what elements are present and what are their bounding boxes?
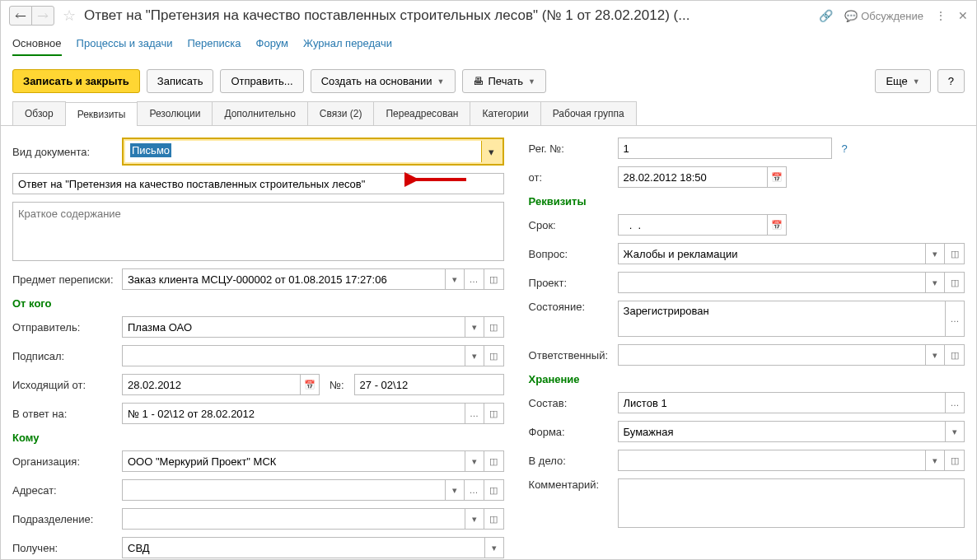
question-input[interactable] [618, 243, 925, 264]
reply-to-input[interactable] [122, 403, 465, 424]
signed-label: Подписал: [12, 350, 115, 362]
menu-forum[interactable]: Форум [256, 37, 289, 56]
save-button[interactable]: Записать [147, 69, 214, 93]
discuss-button[interactable]: 💬 Обсуждение [844, 10, 923, 22]
status-label: Состояние: [529, 301, 611, 313]
open-icon[interactable]: ◫ [945, 272, 965, 293]
comment-label: Комментарий: [529, 478, 611, 491]
signed-input[interactable] [122, 345, 465, 366]
tab-overview[interactable]: Обзор [12, 101, 66, 125]
save-close-button[interactable]: Записать и закрыть [12, 69, 140, 93]
dropdown-icon[interactable]: ▾ [465, 316, 484, 338]
favorite-star-icon[interactable]: ☆ [63, 7, 76, 25]
sender-input[interactable] [122, 316, 465, 338]
calendar-icon[interactable]: 📅 [767, 166, 787, 188]
dropdown-icon[interactable]: ▾ [445, 479, 465, 501]
send-button[interactable]: Отправить... [220, 69, 303, 93]
dropdown-icon[interactable]: ▾ [465, 450, 484, 472]
dropdown-icon[interactable]: ▾ [925, 272, 945, 293]
dropdown-icon[interactable]: ▾ [925, 243, 945, 264]
dept-label: Подразделение: [12, 513, 115, 525]
open-icon[interactable]: ◫ [484, 450, 504, 472]
composition-input[interactable] [618, 392, 945, 413]
outgoing-date-label: Исходящий от: [12, 379, 115, 391]
nav-back-button[interactable]: 🡐 [9, 6, 32, 26]
menu-main[interactable]: Основное [12, 37, 62, 56]
help-icon[interactable]: ? [842, 142, 848, 155]
outgoing-date-input[interactable] [122, 374, 300, 395]
menu-processes[interactable]: Процессы и задачи [77, 37, 173, 56]
link-icon[interactable]: 🔗 [819, 9, 833, 22]
menu-journal[interactable]: Журнал передачи [303, 37, 392, 56]
reply-to-label: В ответ на: [12, 408, 115, 420]
status-input[interactable]: Зарегистрирован [618, 301, 945, 337]
open-icon[interactable]: ◫ [484, 316, 504, 338]
form-label: Форма: [529, 426, 611, 438]
open-icon[interactable]: ◫ [484, 268, 504, 290]
menu-correspondence[interactable]: Переписка [188, 37, 241, 56]
addressee-input[interactable] [122, 479, 445, 501]
print-button[interactable]: 🖶Печать▼ [462, 69, 547, 93]
dropdown-icon[interactable]: ▾ [925, 450, 945, 471]
received-label: Получен: [12, 542, 115, 554]
open-icon[interactable]: ◫ [484, 345, 504, 366]
ellipsis-icon[interactable]: … [465, 268, 484, 290]
from-date-input[interactable] [618, 166, 767, 188]
comment-textarea[interactable] [618, 478, 965, 528]
to-section-label: Кому [12, 432, 504, 444]
open-icon[interactable]: ◫ [484, 403, 504, 424]
dropdown-icon[interactable]: ▾ [445, 268, 465, 290]
create-based-button[interactable]: Создать на основании▼ [311, 69, 456, 93]
dropdown-icon[interactable]: ▾ [484, 537, 504, 558]
open-icon[interactable]: ◫ [945, 243, 965, 264]
tab-requisites[interactable]: Реквизиты [65, 102, 138, 126]
ellipsis-icon[interactable]: … [465, 403, 484, 424]
received-input[interactable] [122, 537, 484, 558]
close-icon[interactable]: ✕ [958, 9, 968, 22]
open-icon[interactable]: ◫ [945, 344, 965, 366]
dropdown-icon[interactable]: ▾ [925, 344, 945, 366]
kebab-menu-icon[interactable]: ⋮ [935, 9, 947, 22]
responsible-input[interactable] [618, 344, 925, 366]
reg-num-input[interactable] [618, 138, 832, 159]
tab-resolutions[interactable]: Резолюции [137, 101, 213, 125]
to-case-label: В дело: [529, 455, 611, 467]
corr-subject-input[interactable] [122, 268, 445, 290]
ellipsis-icon[interactable]: … [465, 479, 484, 501]
dropdown-icon[interactable]: ▾ [945, 421, 965, 442]
project-label: Проект: [529, 277, 611, 289]
tab-redirected[interactable]: Переадресован [373, 101, 470, 125]
org-input[interactable] [122, 450, 465, 472]
tab-workgroup[interactable]: Рабочая группа [540, 101, 637, 125]
calendar-icon[interactable]: 📅 [767, 214, 787, 236]
ellipsis-icon[interactable]: … [945, 301, 965, 337]
doc-type-field[interactable]: Письмо ▾ [122, 138, 504, 166]
tab-additional[interactable]: Дополнительно [212, 101, 307, 125]
ellipsis-icon[interactable]: … [945, 392, 965, 413]
reg-num-label: Рег. №: [529, 142, 611, 155]
dept-input[interactable] [122, 508, 465, 530]
composition-label: Состав: [529, 397, 611, 409]
dropdown-icon[interactable]: ▾ [465, 345, 484, 366]
help-button[interactable]: ? [937, 69, 965, 93]
tab-links[interactable]: Связи (2) [307, 101, 375, 125]
form-input[interactable] [618, 421, 945, 442]
summary-textarea[interactable] [12, 202, 504, 261]
project-input[interactable] [618, 272, 925, 293]
window-title: Ответ на "Претензия на качество поставле… [84, 7, 814, 24]
open-icon[interactable]: ◫ [945, 450, 965, 471]
open-icon[interactable]: ◫ [484, 508, 504, 530]
calendar-icon[interactable]: 📅 [300, 374, 320, 395]
deadline-input[interactable] [618, 214, 767, 236]
num-input[interactable] [354, 374, 504, 395]
tab-categories[interactable]: Категории [470, 101, 540, 125]
open-icon[interactable]: ◫ [484, 479, 504, 501]
chat-icon: 💬 [844, 10, 858, 22]
dropdown-icon[interactable]: ▾ [465, 508, 484, 530]
to-case-input[interactable] [618, 450, 925, 471]
dropdown-icon[interactable]: ▾ [481, 141, 501, 162]
subject-input[interactable] [12, 173, 504, 194]
nav-forward-button[interactable]: 🡒 [31, 6, 54, 26]
more-button[interactable]: Еще▼ [875, 69, 930, 93]
printer-icon: 🖶 [473, 75, 484, 87]
